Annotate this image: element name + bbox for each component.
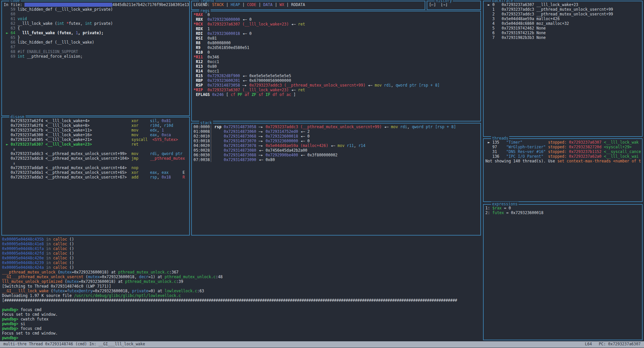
- disassembly-panel: disasm 0x7293237a62f4 <__lll_lock_wake+4…: [1, 117, 190, 236]
- text-line: 04:0020│ 0x729314873078 —▸ 0x5e04d48ae59…: [194, 143, 479, 148]
- text-line: 0x7293237a62f4 <__lll_lock_wake+4> xor s…: [4, 118, 187, 123]
- text-line: R8 0x80008000: [194, 41, 479, 45]
- text-line: 0x00005e04d48c4239 in calloc (): [2, 260, 484, 265]
- text-line: 03:0018│ 0x729314873070 —▸ 0x72932360000…: [194, 139, 479, 143]
- text-line: 62 __lll_lock_wake (int *futex, int priv…: [4, 21, 187, 26]
- text-line: 00:0000│ rsp 0x729314873058 —▸ 0x7293237…: [194, 125, 479, 129]
- text-line: 0x7293237a62f8 <__lll_lock_wake+8> xor r…: [4, 123, 187, 128]
- text-line: EFLAGS 0x246 [ cf PF af ZF sf IF df of a…: [194, 92, 479, 97]
- text-line: RDX 1: [194, 27, 479, 31]
- text-line: 4 0x5e04d48c6860 moz_xmalloc+32: [485, 21, 640, 26]
- expressions-panel-title: expressions: [491, 202, 519, 206]
- text-line: 0x7293237a62fb <__lll_lock_wake+11> mov …: [4, 128, 187, 133]
- text-line: R9 0x2d561850ed580e51: [194, 45, 479, 50]
- text-line: 01:0008│ 0x729314873060 —▸ 0x729314752ed…: [194, 129, 479, 134]
- text-line: RBX 0x729323600000 ◂— 0: [194, 17, 479, 22]
- history-panel-title: history: [435, 0, 453, 3]
- text-line: *RIP 0x7293237a6307 (__lll_lock_wake+23)…: [194, 88, 479, 92]
- expressions-panel: expressions 1: $rax = 02: futex = 0x7293…: [483, 204, 643, 340]
- text-line: 68 #if ENABLE_ELISION_SUPPORT: [4, 49, 187, 54]
- redacted-filename-block: [24, 3, 112, 7]
- text-line: 0x00005e04d48c435b in calloc (): [2, 237, 484, 242]
- threads-panel-title: threads: [491, 136, 509, 141]
- text-line: R12 0xcc1: [194, 59, 479, 64]
- text-line: ___pthread_mutex_unlock (mutex=0x7293236…: [2, 270, 484, 275]
- pwndbg-debugger-window: code In file: 4845db211e7b42c7176f9be21b…: [0, 0, 644, 348]
- text-line: R13 0x80: [194, 64, 479, 69]
- text-line: 7 0x72931982b3b3 None: [485, 35, 640, 40]
- text-line: R10 0: [194, 50, 479, 55]
- text-line: Focus set to cmd window.: [2, 331, 484, 336]
- expressions-content: 1: $rax = 02: futex = 0x729323600018: [484, 205, 642, 340]
- text-line: Focus set to cmd window.: [2, 312, 484, 317]
- backtrace-content: ► 0 0x7293237a6307 __lll_lock_wake+23 1 …: [484, 1, 642, 136]
- text-line: ↓: [4, 147, 187, 151]
- text-line: *RCX 0x7293237a6307 (__lll_lock_wake+23)…: [194, 22, 479, 27]
- text-line: Downloading 1.97 K source file /usr/src/…: [2, 293, 484, 298]
- text-line: RBP 0x729323600201 ◂— 0x6700000569000000: [194, 78, 479, 83]
- stack-content: 00:0000│ rsp 0x729314873058 —▸ 0x7293237…: [192, 123, 480, 235]
- text-line: 0x7293237addc3 <__pthread_mutex_unlock_u…: [4, 151, 187, 156]
- text-line: RSI 0x81: [194, 36, 479, 41]
- text-line: LEGEND: STACK | HEAP | CODE | DATA | WX …: [194, 2, 423, 7]
- text-line: 2: futex = 0x729323600018: [485, 210, 640, 215]
- text-line: In file: 4845db211e7b42c7176f9be21b8301e…: [4, 2, 187, 7]
- text-line: 1 0x7293237addc3 __pthread_mutex_unlock_…: [485, 7, 640, 12]
- disassembly-content: 0x7293237a62f4 <__lll_lock_wake+4> xor s…: [2, 117, 189, 235]
- statusbar-context: multi-thre Thread 0x7293148746 (cmd) In:…: [3, 342, 145, 347]
- command-terminal[interactable]: 0x00005e04d48c435b in calloc ()0x00005e0…: [0, 237, 484, 340]
- text-line: RDI 0x729323600018 ◂— 0: [194, 31, 479, 36]
- text-line: [Switching to Thread 0x7293148746c0 (LWP…: [2, 284, 484, 289]
- history-forward-button[interactable]: [→]: [441, 2, 448, 8]
- status-bar: multi-thre Thread 0x7293148746 (cmd) In:…: [0, 341, 644, 348]
- text-line: 0x7293237adda3 <__pthread_mutex_unlock_u…: [4, 175, 187, 180]
- source-code-panel: code In file: 4845db211e7b42c7176f9be21b…: [1, 1, 190, 116]
- text-line: __GI___pthread_mutex_unlock_usercnt (mut…: [2, 275, 484, 279]
- text-line: lll_mutex_unlock_optimized (mutex=0x7293…: [2, 279, 484, 284]
- text-line: 05:0028│ 0x729314873080 ◂— 0x7456e45da42…: [194, 148, 479, 153]
- text-line: ↓: [4, 161, 187, 165]
- text-line: 0x00005e04d48c41fa in calloc (): [2, 246, 484, 251]
- history-panel: history [←] [→]: [427, 1, 481, 10]
- text-line: 67: [4, 45, 187, 49]
- threads-content: ► 135 "Timer" stopped: 0x7293237a6307 <_…: [484, 139, 642, 201]
- text-line: 97 "WrGlyph~terizer" stopped: 0x72932382…: [485, 145, 640, 149]
- text-line: ► 64 lll_futex_wake (futex, 1, private);: [4, 31, 187, 35]
- backtrace-panel: backtrace ► 0 0x7293237a6307 __lll_lock_…: [483, 1, 643, 137]
- source-code-content: In file: 4845db211e7b42c7176f9be21b8301e…: [2, 1, 189, 115]
- text-line: [#######################################…: [2, 298, 484, 303]
- history-back-button[interactable]: [←]: [429, 2, 436, 8]
- text-line: 66 libc_hidden_def (__lll_lock_wake): [4, 40, 187, 45]
- stack-panel-title: stack: [199, 120, 213, 125]
- text-line: 65 }: [4, 35, 187, 40]
- stack-panel: stack 00:0000│ rsp 0x729314873058 —▸ 0x7…: [191, 123, 481, 236]
- text-line: 06:0030│ 0x729314873088 —▸ 0x7292990be40…: [194, 153, 479, 157]
- text-line: 0x7293237adda1 <__pthread_mutex_unlock_u…: [4, 170, 187, 175]
- text-line: ► 0 0x7293237a6307 __lll_lock_wake+23: [485, 2, 640, 7]
- text-line: pwndbg>: [2, 336, 484, 340]
- text-line: 0x00005e04d48c42fd in calloc (): [2, 251, 484, 256]
- text-line: 3 0x5e04d48ae59a malloc+426: [485, 16, 640, 21]
- text-line: 136 "IPC I/O Parent" stopped: 0x7293237a…: [485, 154, 640, 159]
- text-line: R14 0xcc1: [194, 69, 479, 73]
- text-line: 31 "DNS Res~ver #16" stopped: 0x7293237b…: [485, 149, 640, 154]
- legend-content: LEGEND: STACK | HEAP | CODE | DATA | WX …: [192, 1, 425, 9]
- legend-panel: legend LEGEND: STACK | HEAP | CODE | DAT…: [191, 1, 425, 10]
- text-line: pwndbg> si: [2, 321, 484, 326]
- text-line: 0x7293237adda0 <__pthread_mutex_unlock_u…: [4, 165, 187, 170]
- legend-panel-title: legend: [199, 0, 215, 3]
- text-line: ► 135 "Timer" stopped: 0x7293237a6307 <_…: [485, 140, 640, 145]
- text-line: 0x00005e04d48c41e8 in calloc (): [2, 242, 484, 246]
- registers-panel-title: regs: [199, 8, 211, 13]
- threads-panel: threads ► 135 "Timer" stopped: 0x7293237…: [483, 138, 643, 202]
- text-line: 0x00005e04d48c420e in calloc (): [2, 256, 484, 260]
- text-line: 0x00005e04d48c424a in calloc (): [2, 265, 484, 270]
- disassembly-panel-title: disasm: [9, 114, 25, 119]
- text-line: *RAX 0: [194, 12, 479, 17]
- text-line: 0x7293237addc8 <__pthread_mutex_unlock_u…: [4, 156, 187, 161]
- text-line: 1: $rax = 0: [485, 206, 640, 210]
- text-line: 61 void: [4, 16, 187, 21]
- text-line: 63 {: [4, 26, 187, 31]
- text-line: 0x7293237a6300 <__lll_lock_wake+16> mov …: [4, 133, 187, 137]
- text-line: 59 libc_hidden_def (__lll_lock_wake_priv…: [4, 7, 187, 12]
